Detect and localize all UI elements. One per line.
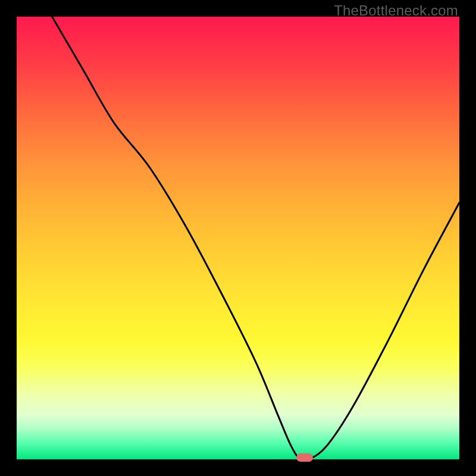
chart-frame: TheBottleneck.com [0, 0, 476, 476]
watermark-text: TheBottleneck.com [334, 2, 458, 19]
bottleneck-curve [17, 17, 459, 459]
optimal-point-marker [296, 453, 313, 462]
